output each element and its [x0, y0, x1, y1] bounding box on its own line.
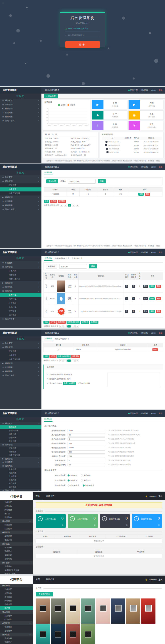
sidebar-item[interactable]: 站点配置 — [0, 425, 41, 429]
search-button[interactable]: 搜索 — [98, 179, 106, 183]
stat-card[interactable]: ¥ 0 次 打赏总次数 — [128, 121, 164, 130]
sidebar-item[interactable]: 申请提现 — [0, 534, 33, 538]
stat-card[interactable]: ▶ 2 部 代理片库 — [128, 100, 164, 109]
video-thumbnail[interactable] — [57, 293, 65, 304]
tab-agent-notice[interactable]: 系统公告 — [43, 576, 58, 584]
setting-input[interactable]: 7 — [68, 459, 105, 462]
promo-photo[interactable] — [81, 624, 95, 644]
control-panel-link[interactable]: 控制面板 — [141, 166, 148, 168]
sidebar-item[interactable]: 网站链接 — [0, 508, 33, 512]
promo-photo[interactable] — [96, 598, 110, 624]
generate-image-button[interactable]: 生成推广图片 — [36, 592, 53, 596]
bulk-action-button[interactable]: 批量删除 — [58, 200, 66, 203]
bulk-action-button[interactable]: 全不选 — [50, 200, 57, 203]
delete-button[interactable]: 删除 — [156, 297, 161, 300]
sidebar-item[interactable]: 下级用户 — [0, 549, 33, 553]
sidebar-item[interactable]: 远程视频 — [0, 485, 41, 489]
page-first[interactable]: « — [59, 325, 63, 328]
sidebar-item[interactable]: ▤ 订单管理 ▴ — [0, 179, 41, 183]
sidebar-item[interactable]: 提现记录 — [0, 629, 33, 633]
username-field[interactable]: ♟ www.101uk.cn 技术支持 — [65, 26, 100, 31]
copy-button[interactable]: 复制 — [143, 310, 148, 313]
toggle-callback[interactable]: 关 — [125, 285, 128, 288]
page-prev[interactable]: ‹ — [63, 325, 66, 328]
stat-card[interactable]: ! 0 条 提现列表 — [92, 121, 127, 130]
sidebar-item[interactable]: 公共片库 — [0, 500, 33, 504]
sidebar-item[interactable]: 打赏记录 — [0, 523, 33, 527]
sidebar-item[interactable]: ⚑ 落地广告页 ▾ — [0, 489, 41, 491]
username-link[interactable]: admin — [151, 89, 156, 91]
agent-logout-link[interactable]: 退出 — [158, 495, 162, 498]
edit-button[interactable]: 编辑 — [149, 297, 155, 300]
sidebar-item[interactable]: 基本资料 — [0, 546, 33, 549]
promo-photo[interactable] — [36, 624, 50, 644]
promo-photo[interactable] — [51, 598, 65, 624]
sidebar-item[interactable]: ▣ 视频列表 ▾ — [0, 204, 41, 208]
row-checkbox[interactable] — [45, 297, 47, 299]
visit-site-link[interactable]: 访问主页 — [128, 412, 138, 415]
sidebar-item[interactable]: 提现记录 — [0, 538, 33, 542]
sidebar-item[interactable]: 基本资料 — [0, 636, 33, 640]
bulk-action-button[interactable]: 批量转移 — [90, 321, 98, 324]
sidebar-item[interactable]: 打赏统计 — [0, 527, 33, 531]
sidebar-item[interactable]: 订单列表 — [0, 269, 41, 273]
toggle-callback[interactable]: 关 — [125, 297, 128, 300]
setting-input[interactable]: 100 — [68, 442, 105, 445]
stat-card[interactable]: ♟ 1 个 代理列表 — [92, 110, 127, 120]
setting-input[interactable]: 3 — [68, 437, 105, 441]
sidebar-item[interactable]: 公告列表 — [0, 436, 41, 439]
sidebar-item[interactable]: ▶ 视频管理 ▾ — [0, 195, 41, 199]
sidebar-item[interactable]: ▶ 视频管理 ▾ — [0, 361, 41, 366]
delete-button[interactable]: 删除 — [145, 193, 150, 196]
agent-id-input[interactable] — [68, 179, 96, 184]
sidebar-item[interactable]: 扣量订单列表 — [0, 277, 41, 281]
sidebar-item[interactable]: ▣ 视频列表 ▾ — [0, 115, 41, 119]
sidebar-item[interactable]: 扣量设置 — [0, 273, 41, 277]
sidebar-item[interactable]: 申请提现 — [0, 625, 33, 629]
page-next[interactable]: › — [72, 325, 75, 328]
sidebar-item[interactable]: 公共片库 — [0, 468, 41, 471]
sidebar-item[interactable]: 推广链接 — [0, 309, 41, 313]
sidebar-item[interactable]: 远程视频 — [0, 313, 41, 317]
sidebar-item[interactable]: 收入明细 ▾ — [0, 610, 33, 614]
edit-button[interactable]: 编辑 — [138, 193, 144, 196]
page-current[interactable]: 1 — [68, 204, 71, 207]
setting-input[interactable]: 25 — [68, 433, 105, 436]
setting-input[interactable]: 1000 — [68, 429, 105, 432]
promo-photo[interactable] — [66, 624, 80, 644]
sidebar-item[interactable]: ▤ 订单管理 ▴ — [0, 443, 41, 447]
setting-input[interactable]: 10000 — [68, 446, 105, 449]
sidebar-item[interactable]: ♟ 代理列表 ▾ — [0, 461, 41, 464]
promo-photo[interactable] — [141, 598, 155, 624]
sidebar-item[interactable]: 账号管理 ▾ — [0, 621, 33, 625]
stat-card[interactable]: ◉ 2 条 推广链接 — [128, 110, 164, 120]
page-last[interactable]: » — [75, 325, 79, 328]
sidebar-item[interactable]: 代理片库 — [0, 297, 41, 301]
sidebar-item[interactable]: ♟ 代理列表 ▾ — [0, 199, 41, 204]
bulk-action-button[interactable]: 批量生成短链接 — [67, 321, 80, 324]
promo-photo[interactable] — [126, 598, 140, 624]
control-panel-link[interactable]: 控制面板 — [141, 251, 148, 254]
sidebar-item[interactable]: 公共片库 — [0, 293, 41, 297]
sidebar-item[interactable]: 推广盒子 ▴ — [0, 561, 33, 565]
edit-button[interactable]: 编辑 — [149, 285, 155, 288]
tab-site-config[interactable]: 站点配置 — [44, 417, 52, 422]
sidebar-item[interactable]: 订单列表 — [0, 447, 41, 450]
sidebar-item[interactable]: ♟ 代理列表 ▾ — [0, 285, 41, 289]
radio-box-on[interactable]: 开启盒子 — [68, 479, 77, 482]
visit-site-link[interactable]: 访问主页 — [128, 332, 138, 334]
promo-photo[interactable] — [81, 598, 95, 624]
sidebar-item[interactable]: 私有片库 — [0, 504, 33, 508]
sidebar-item[interactable]: 账号管理 ▴ — [0, 531, 33, 534]
promo-photo[interactable] — [51, 624, 65, 644]
delete-button[interactable]: 删除 — [152, 348, 158, 351]
sidebar-item[interactable]: 下级用户 — [0, 640, 33, 644]
sidebar-item[interactable]: 我的盒子 — [0, 602, 33, 606]
sidebar-item[interactable]: ▣ 视频列表 ▾ — [0, 370, 41, 374]
username-link[interactable]: admin — [151, 332, 156, 334]
radio-site-on[interactable]: 开启网站 — [68, 474, 77, 477]
control-panel-link[interactable]: 控制面板 — [141, 89, 148, 92]
control-panel-link[interactable]: 控制面板 — [141, 332, 148, 334]
logout-link[interactable]: 退出 — [159, 89, 162, 92]
row-checkbox[interactable] — [52, 193, 53, 195]
